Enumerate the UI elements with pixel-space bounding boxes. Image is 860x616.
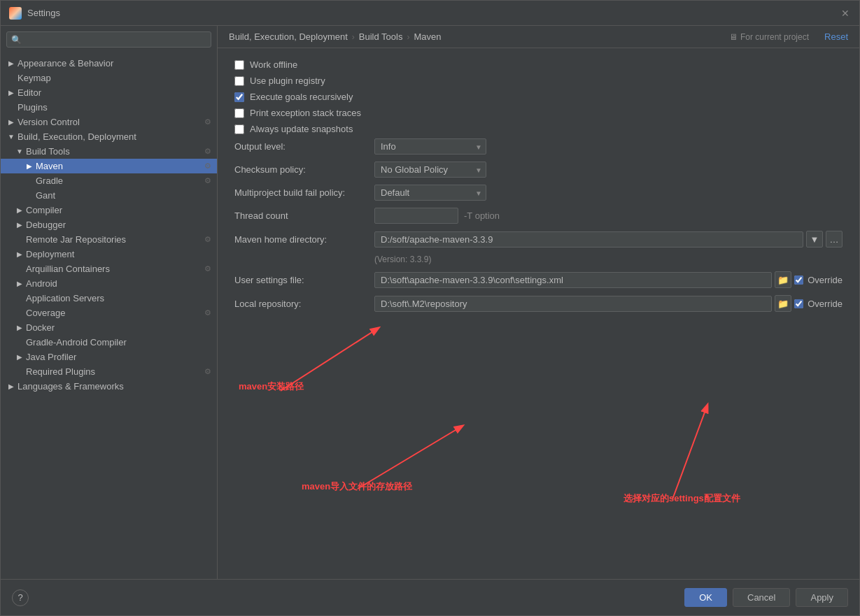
svg-line-2: [672, 405, 707, 499]
always-update-label[interactable]: Always update snapshots: [250, 124, 353, 134]
reset-button[interactable]: Reset: [824, 31, 848, 42]
ok-button[interactable]: OK: [684, 588, 727, 607]
local-repo-browse-btn[interactable]: 📁: [775, 295, 791, 312]
sidebar-item-required-plugins[interactable]: Required Plugins ⚙: [1, 364, 217, 379]
work-offline-label[interactable]: Work offline: [250, 59, 297, 70]
user-settings-browse-btn[interactable]: 📁: [775, 271, 791, 288]
thread-count-input[interactable]: [374, 208, 458, 224]
sidebar-label: Compiler: [26, 205, 62, 215]
sidebar-item-deployment[interactable]: ▶ Deployment: [1, 247, 217, 262]
use-plugin-registry-checkbox[interactable]: [234, 76, 244, 86]
sidebar-item-editor[interactable]: ▶ Editor: [1, 85, 217, 100]
sidebar-item-gradle[interactable]: Gradle ⚙: [1, 173, 217, 188]
sidebar-item-version-control[interactable]: ▶ Version Control ⚙: [1, 115, 217, 129]
user-settings-input[interactable]: [374, 272, 772, 288]
work-offline-checkbox[interactable]: [234, 60, 244, 70]
sidebar-item-maven[interactable]: ▶ Maven ⚙: [1, 159, 217, 173]
sidebar-item-build-execution[interactable]: ▼ Build, Execution, Deployment: [1, 129, 217, 144]
maven-home-path-row: ▼ …: [374, 231, 843, 248]
sidebar-item-languages[interactable]: ▶ Languages & Frameworks: [1, 379, 217, 394]
settings-icon[interactable]: ⚙: [204, 264, 211, 273]
settings-icon[interactable]: ⚙: [204, 147, 211, 156]
sidebar-item-arquillian[interactable]: Arquillian Containers ⚙: [1, 262, 217, 276]
sidebar-label: Java Profiler: [26, 352, 76, 362]
execute-goals-label[interactable]: Execute goals recursively: [250, 92, 353, 102]
sidebar-item-gradle-android[interactable]: Gradle-Android Compiler: [1, 335, 217, 350]
print-exception-label[interactable]: Print exception stack traces: [250, 108, 361, 118]
cancel-button[interactable]: Cancel: [733, 588, 790, 607]
checksum-dropdown[interactable]: No Global Policy Fail Warn Ignore: [374, 162, 486, 178]
output-level-row: Output level: Info Debug Warn Error ▼: [234, 138, 843, 155]
maven-home-browse-btn[interactable]: …: [826, 231, 843, 248]
sidebar-label: Arquillian Containers: [26, 264, 110, 274]
breadcrumb-1[interactable]: Build, Execution, Deployment: [229, 31, 348, 42]
execute-goals-row: Execute goals recursively: [234, 92, 843, 102]
settings-icon[interactable]: ⚙: [204, 367, 211, 376]
sidebar-item-android[interactable]: ▶ Android: [1, 276, 217, 291]
sidebar-item-keymap[interactable]: Keymap: [1, 71, 217, 85]
app-icon: [9, 7, 22, 20]
user-settings-override-label[interactable]: Override: [808, 275, 843, 285]
expand-arrow: ▼: [15, 147, 24, 157]
settings-icon[interactable]: ⚙: [204, 117, 211, 127]
expand-arrow: ▶: [24, 162, 34, 171]
multiproject-dropdown[interactable]: Default Fail At End Fail Never Non-recur…: [374, 185, 486, 201]
sidebar-item-coverage[interactable]: Coverage ⚙: [1, 306, 217, 320]
search-input[interactable]: [26, 34, 206, 45]
close-button[interactable]: ✕: [840, 8, 851, 19]
multiproject-row: Multiproject build fail policy: Default …: [234, 185, 843, 201]
thread-count-label: Thread count: [234, 210, 374, 221]
maven-home-dropdown-btn[interactable]: ▼: [806, 231, 823, 248]
sidebar-item-gant[interactable]: Gant: [1, 188, 217, 203]
settings-icon[interactable]: ⚙: [204, 176, 211, 185]
dialog-title: Settings: [27, 8, 840, 18]
sidebar-item-app-servers[interactable]: Application Servers: [1, 291, 217, 306]
maven-home-input[interactable]: [374, 231, 803, 248]
version-hint: (Version: 3.3.9): [374, 255, 843, 264]
use-plugin-registry-label[interactable]: Use plugin registry: [250, 76, 325, 86]
local-repo-override-label[interactable]: Override: [808, 299, 843, 309]
search-box[interactable]: 🔍: [6, 31, 211, 48]
execute-goals-checkbox[interactable]: [234, 92, 244, 102]
always-update-checkbox[interactable]: [234, 124, 244, 134]
sidebar-item-appearance[interactable]: ▶ Appearance & Behavior: [1, 56, 217, 71]
sidebar-label: Remote Jar Repositories: [26, 234, 126, 245]
sidebar-item-compiler[interactable]: ▶ Compiler: [1, 203, 217, 217]
expand-arrow: ▶: [15, 250, 24, 259]
help-button[interactable]: ?: [12, 589, 29, 606]
sidebar-label: Languages & Frameworks: [17, 381, 124, 392]
breadcrumb-3: Maven: [414, 31, 441, 42]
local-repo-override-checkbox[interactable]: [794, 299, 803, 308]
settings-icon[interactable]: ⚙: [204, 235, 211, 244]
expand-arrow: ▶: [6, 382, 16, 392]
user-settings-path-row: 📁 Override: [374, 271, 843, 288]
sidebar-label: Editor: [17, 87, 41, 98]
user-settings-override-checkbox[interactable]: [794, 275, 803, 285]
sidebar-item-java-profiler[interactable]: ▶ Java Profiler: [1, 350, 217, 364]
local-repo-input[interactable]: [374, 296, 772, 312]
output-level-dropdown[interactable]: Info Debug Warn Error: [374, 138, 486, 155]
checksum-dropdown-wrapper: No Global Policy Fail Warn Ignore ▼: [374, 162, 486, 178]
settings-icon[interactable]: ⚙: [204, 308, 211, 317]
sidebar-label: Version Control: [17, 117, 80, 127]
multiproject-dropdown-wrapper: Default Fail At End Fail Never Non-recur…: [374, 185, 486, 201]
sidebar-label: Gradle: [36, 176, 63, 186]
sidebar-item-debugger[interactable]: ▶ Debugger: [1, 217, 217, 232]
expand-arrow: ▶: [15, 279, 24, 289]
sidebar-item-plugins[interactable]: Plugins: [1, 100, 217, 115]
print-exception-checkbox[interactable]: [234, 108, 244, 118]
work-offline-row: Work offline: [234, 59, 843, 70]
sidebar-item-remote-jar[interactable]: Remote Jar Repositories ⚙: [1, 232, 217, 247]
sidebar-item-docker[interactable]: ▶ Docker: [1, 320, 217, 335]
sidebar-item-build-tools[interactable]: ▼ Build Tools ⚙: [1, 144, 217, 159]
breadcrumb-sep-2: ›: [407, 32, 409, 42]
expand-arrow: ▶: [6, 117, 16, 127]
multiproject-label: Multiproject build fail policy:: [234, 187, 374, 198]
user-settings-override: Override: [794, 275, 843, 285]
settings-icon[interactable]: ⚙: [204, 162, 211, 171]
expand-arrow: [15, 367, 24, 377]
apply-button[interactable]: Apply: [796, 588, 848, 607]
sidebar-label: Build, Execution, Deployment: [17, 131, 136, 142]
expand-arrow: ▶: [15, 220, 24, 230]
breadcrumb-2[interactable]: Build Tools: [359, 31, 403, 42]
